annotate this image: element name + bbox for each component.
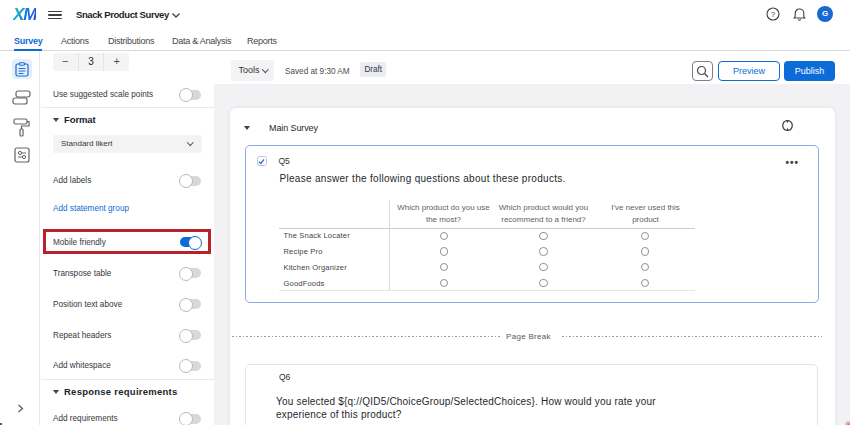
svg-text:?: ? — [771, 10, 776, 19]
